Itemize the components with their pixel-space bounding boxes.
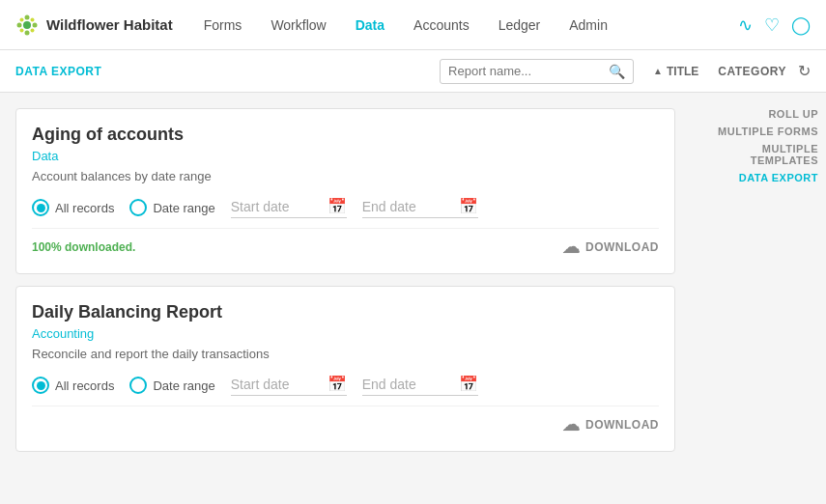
report-category-daily[interactable]: Accounting (32, 326, 659, 341)
all-records-radio-daily[interactable] (32, 377, 49, 394)
nav-workflow[interactable]: Workflow (259, 10, 337, 41)
sidebar-multiple-forms[interactable]: MULTIPLE FORMS (718, 126, 818, 137)
svg-point-3 (17, 22, 22, 27)
end-date-placeholder-daily: End date (362, 377, 459, 392)
sort-title-label: TITLE (667, 65, 698, 78)
svg-point-4 (33, 22, 38, 27)
date-range-radio-aging[interactable] (129, 199, 147, 216)
report-footer-daily: ☁ DOWNLOAD (32, 406, 659, 435)
svg-point-5 (20, 17, 24, 21)
nav-forms[interactable]: Forms (192, 10, 254, 41)
report-title-aging: Aging of accounts (32, 125, 659, 145)
end-date-calendar-icon-daily[interactable]: 📅 (459, 375, 478, 393)
end-date-placeholder-aging: End date (362, 199, 459, 214)
sidebar-roll-up[interactable]: ROLL UP (768, 108, 818, 120)
subheader: DATA EXPORT 🔍 ▲ TITLE CATEGORY ↻ (0, 50, 826, 93)
nav-icons: ∿ ♡ ◯ (738, 14, 811, 36)
start-date-placeholder-daily: Start date (231, 377, 328, 392)
category-label: CATEGORY (718, 65, 786, 78)
end-date-calendar-icon-aging[interactable]: 📅 (459, 197, 478, 215)
logo-icon (15, 14, 39, 37)
nav-admin[interactable]: Admin (557, 10, 619, 41)
search-icon: 🔍 (609, 64, 625, 79)
all-records-option-daily[interactable]: All records (32, 377, 114, 394)
download-icon-aging: ☁ (562, 237, 581, 258)
all-records-radio-aging[interactable] (32, 199, 49, 216)
download-icon-daily: ☁ (562, 414, 581, 435)
svg-point-1 (25, 14, 30, 19)
nav-data[interactable]: Data (344, 10, 396, 41)
start-date-field-daily: Start date 📅 (231, 375, 347, 396)
main-content: Aging of accounts Data Account balances … (0, 93, 826, 504)
sort-arrow-icon: ▲ (653, 66, 663, 76)
svg-point-8 (31, 28, 35, 32)
date-range-label-aging: Date range (153, 201, 214, 215)
notification-bell-icon[interactable]: ♡ (764, 14, 780, 36)
download-label-aging: DOWNLOAD (585, 240, 659, 254)
end-date-wrap-aging: End date 📅 (362, 197, 478, 218)
sidebar-multiple-templates[interactable]: MULTIPLE TEMPLATES (698, 143, 818, 166)
end-date-field-aging: End date 📅 (362, 197, 478, 218)
user-account-icon[interactable]: ◯ (791, 14, 811, 36)
date-range-option-aging[interactable]: Date range (129, 199, 214, 216)
all-records-label-aging: All records (55, 201, 114, 215)
svg-point-6 (31, 17, 35, 21)
report-controls-aging: All records Date range Start date 📅 End … (32, 197, 659, 218)
svg-point-0 (23, 21, 31, 29)
report-controls-daily: All records Date range Start date 📅 End … (32, 375, 659, 396)
nav-accounts[interactable]: Accounts (402, 10, 481, 41)
report-footer-aging: 100% downloaded. ☁ DOWNLOAD (32, 228, 659, 258)
top-navigation: Wildflower Habitat Forms Workflow Data A… (0, 0, 826, 50)
date-range-label-daily: Date range (153, 378, 214, 393)
end-date-wrap-daily: End date 📅 (362, 375, 478, 396)
sidebar-data-export[interactable]: DATA EXPORT (739, 172, 818, 183)
report-desc-aging: Account balances by date range (32, 169, 659, 183)
report-card-aging-accounts: Aging of accounts Data Account balances … (15, 108, 675, 274)
wifi-icon[interactable]: ∿ (738, 14, 753, 36)
date-range-radio-daily[interactable] (129, 377, 147, 394)
data-export-label: DATA EXPORT (15, 65, 101, 78)
logo-area: Wildflower Habitat (15, 14, 173, 37)
svg-point-2 (25, 30, 30, 35)
start-date-wrap-daily: Start date 📅 (231, 375, 347, 396)
sort-title-button[interactable]: ▲ TITLE (645, 61, 706, 82)
download-button-aging[interactable]: ☁ DOWNLOAD (562, 237, 660, 258)
start-date-field-aging: Start date 📅 (231, 197, 347, 218)
search-box: 🔍 (440, 59, 634, 84)
end-date-field-daily: End date 📅 (362, 375, 478, 396)
all-records-label-daily: All records (55, 378, 114, 393)
reports-area: Aging of accounts Data Account balances … (0, 93, 691, 504)
report-card-daily-balancing: Daily Balancing Report Accounting Reconc… (15, 286, 675, 452)
download-status-aging: 100% downloaded. (32, 240, 135, 254)
right-sidebar: ROLL UP MULTIPLE FORMS MULTIPLE TEMPLATE… (691, 93, 826, 504)
download-button-daily[interactable]: ☁ DOWNLOAD (562, 414, 660, 435)
all-records-option-aging[interactable]: All records (32, 199, 114, 216)
start-date-calendar-icon-aging[interactable]: 📅 (328, 197, 347, 215)
app-name: Wildflower Habitat (46, 16, 173, 33)
report-category-aging[interactable]: Data (32, 149, 659, 163)
nav-links: Forms Workflow Data Accounts Ledger Admi… (192, 10, 738, 41)
search-input[interactable] (448, 64, 603, 78)
download-label-daily: DOWNLOAD (585, 418, 659, 432)
report-title-daily: Daily Balancing Report (32, 302, 659, 322)
nav-ledger[interactable]: Ledger (487, 10, 553, 41)
date-range-option-daily[interactable]: Date range (129, 377, 214, 394)
start-date-calendar-icon-daily[interactable]: 📅 (328, 375, 347, 393)
report-desc-daily: Reconcile and report the daily transacti… (32, 347, 659, 361)
refresh-icon[interactable]: ↻ (798, 62, 811, 80)
start-date-placeholder-aging: Start date (231, 199, 328, 214)
svg-point-7 (20, 28, 24, 32)
start-date-wrap-aging: Start date 📅 (231, 197, 347, 218)
